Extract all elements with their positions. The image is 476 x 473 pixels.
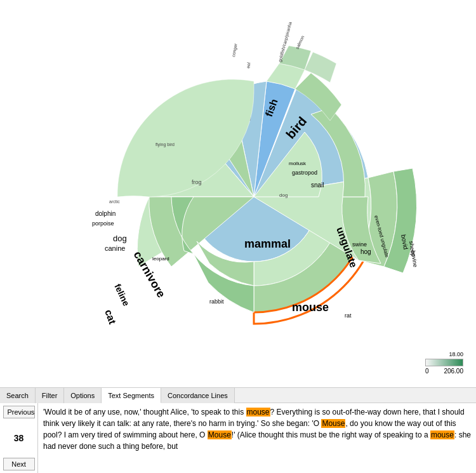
- svg-text:rabbit: rabbit: [209, 298, 224, 305]
- legend-min: 0: [425, 368, 429, 375]
- legend-max: 206.00: [444, 368, 463, 375]
- svg-text:mouse: mouse: [292, 301, 329, 314]
- tab-text-segments[interactable]: Text Segments: [102, 388, 161, 403]
- tab-filter[interactable]: Filter: [36, 388, 64, 403]
- result-counter: 38: [14, 433, 24, 443]
- svg-text:mollusk: mollusk: [289, 161, 307, 166]
- svg-text:bovine: bovine: [410, 250, 419, 268]
- svg-text:porpoise: porpoise: [92, 220, 114, 227]
- svg-text:eel: eel: [246, 62, 251, 69]
- svg-text:snail: snail: [311, 182, 324, 189]
- svg-text:leopard: leopard: [152, 256, 169, 262]
- sunburst-section: animal chordate vertebrate mammal placen…: [0, 0, 476, 387]
- svg-text:gastropod: gastropod: [292, 170, 317, 176]
- sunburst-chart[interactable]: animal chordate vertebrate mammal placen…: [0, 0, 476, 387]
- highlight-mouse-4: mouse: [430, 430, 454, 439]
- highlight-mouse-2: Mouse: [321, 419, 345, 428]
- legend-range: 0 206.00: [425, 368, 463, 375]
- tab-search[interactable]: Search: [0, 388, 36, 403]
- svg-text:swine: swine: [352, 241, 367, 248]
- svg-text:conger: conger: [231, 43, 239, 57]
- svg-text:mammal: mammal: [244, 237, 291, 250]
- svg-text:dog: dog: [279, 192, 288, 198]
- text-segment: 'Would it be of any use, now,' thought A…: [43, 408, 471, 451]
- nav-panel: Previous 38 Next: [0, 403, 38, 473]
- legend-mid-label: 18.00: [425, 351, 463, 357]
- svg-text:frog: frog: [192, 179, 202, 185]
- text-content-area: 'Would it be of any use, now,' thought A…: [38, 403, 476, 473]
- bottom-panel: Search Filter Options Text Segments Conc…: [0, 387, 476, 473]
- previous-button[interactable]: Previous: [3, 406, 35, 418]
- highlight-mouse-3: Mouse: [208, 430, 232, 439]
- legend: 18.00 0 206.00: [425, 351, 463, 375]
- svg-text:flying bird: flying bird: [155, 142, 175, 147]
- svg-text:hog: hog: [360, 248, 371, 255]
- svg-text:arctic: arctic: [109, 199, 120, 204]
- highlight-mouse-1: mouse: [246, 408, 270, 416]
- tabs-bar: Search Filter Options Text Segments Conc…: [0, 388, 476, 403]
- tab-options[interactable]: Options: [64, 388, 102, 403]
- legend-color-bar: [425, 359, 463, 366]
- content-area: Previous 38 Next 'Would it be of any use…: [0, 403, 476, 473]
- svg-text:rat: rat: [345, 312, 352, 319]
- svg-text:salmon: salmon: [295, 35, 305, 50]
- svg-text:cat: cat: [103, 308, 118, 326]
- svg-text:dog: dog: [113, 234, 127, 243]
- svg-text:dolphin: dolphin: [95, 210, 116, 217]
- svg-text:feline: feline: [112, 283, 131, 308]
- next-button[interactable]: Next: [3, 458, 35, 470]
- tab-concordance-lines[interactable]: Concordance Lines: [161, 388, 235, 403]
- svg-text:canine: canine: [105, 244, 125, 252]
